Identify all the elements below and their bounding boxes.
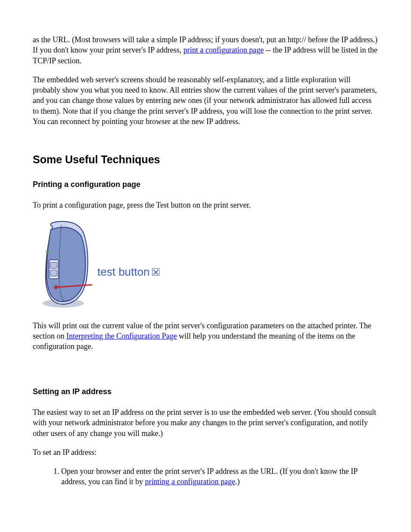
printing-config-page-link[interactable]: printing a configuration page: [145, 477, 235, 486]
ip-steps-list: Open your browser and enter the print se…: [33, 466, 378, 487]
ip-para1: The easiest way to set an IP address on …: [33, 407, 378, 439]
config-page-para2: This will print out the current value of…: [33, 320, 378, 352]
ip-step-1: Open your browser and enter the print se…: [61, 466, 378, 487]
broken-image-icon: [152, 268, 159, 276]
interpreting-config-link[interactable]: Interpreting the Configuration Page: [66, 332, 177, 340]
svg-rect-2: [50, 262, 57, 268]
print-config-link[interactable]: print a configuration page: [184, 46, 264, 54]
print-server-illustration: [36, 220, 92, 308]
svg-rect-3: [50, 270, 57, 276]
intro-paragraph-1: as the URL. (Most browsers will take a s…: [33, 34, 378, 66]
config-page-heading: Printing a configuration page: [33, 179, 378, 190]
figure-label-text: test button: [97, 264, 149, 280]
ip-step1-b: .): [235, 477, 240, 486]
test-button-figure: test button: [36, 220, 378, 308]
ip-address-heading: Setting an IP address: [33, 386, 378, 397]
ip-para2: To set an IP address:: [33, 447, 378, 457]
techniques-heading: Some Useful Techniques: [33, 152, 378, 167]
figure-label: test button: [97, 264, 159, 280]
config-page-para1: To print a configuration page, press the…: [33, 200, 378, 210]
intro-paragraph-2: The embedded web server's screens should…: [33, 75, 378, 127]
svg-point-4: [46, 251, 49, 253]
